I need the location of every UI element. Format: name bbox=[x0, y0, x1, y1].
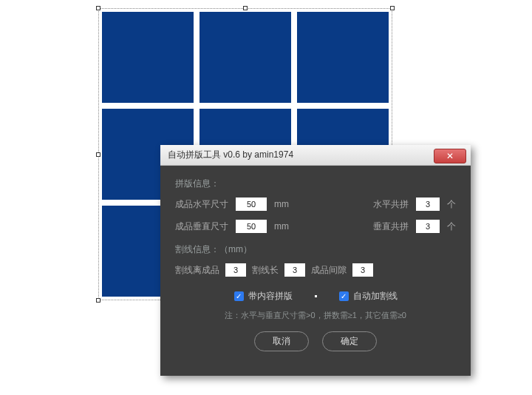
cutline-offset-input[interactable]: 3 bbox=[225, 263, 246, 277]
v-count-input[interactable]: 3 bbox=[416, 220, 440, 233]
with-content-checkbox[interactable]: ✓ bbox=[234, 291, 244, 301]
finished-v-input[interactable]: 50 bbox=[236, 220, 267, 233]
h-count-label: 水平共拼 bbox=[373, 198, 409, 211]
close-icon: ✕ bbox=[446, 152, 454, 161]
checkbox-row: ✓ 带内容拼版 ✓ 自动加割线 bbox=[175, 290, 456, 303]
close-button[interactable]: ✕ bbox=[434, 149, 466, 163]
unit-piece: 个 bbox=[447, 220, 456, 233]
auto-cutline-label: 自动加割线 bbox=[353, 290, 398, 303]
cancel-button[interactable]: 取消 bbox=[254, 331, 309, 351]
row-horizontal-size: 成品水平尺寸 50 mm 水平共拼 3 个 bbox=[175, 198, 456, 211]
cutline-length-label: 割线长 bbox=[252, 264, 279, 277]
resize-handle-top-left[interactable] bbox=[96, 6, 100, 10]
h-count-input[interactable]: 3 bbox=[416, 198, 440, 211]
row-vertical-size: 成品垂直尺寸 50 mm 垂直共拼 3 个 bbox=[175, 220, 456, 233]
unit-piece: 个 bbox=[447, 198, 456, 211]
separator-dot bbox=[315, 295, 317, 297]
auto-cutline-checkbox[interactable]: ✓ bbox=[339, 291, 349, 301]
unit-mm: mm bbox=[274, 199, 289, 209]
finished-h-input[interactable]: 50 bbox=[236, 198, 267, 211]
v-count-label: 垂直共拼 bbox=[373, 220, 409, 233]
finished-h-label: 成品水平尺寸 bbox=[175, 198, 228, 211]
button-row: 取消 确定 bbox=[175, 331, 456, 351]
resize-handle-middle-left[interactable] bbox=[96, 152, 100, 157]
section-layout-label: 拼版信息： bbox=[175, 178, 456, 190]
finished-v-label: 成品垂直尺寸 bbox=[175, 220, 228, 233]
dialog-title: 自动拼版工具 v0.6 by amin1974 bbox=[168, 149, 293, 161]
section-cutline-label: 割线信息：（mm） bbox=[175, 243, 456, 256]
auto-layout-dialog: 自动拼版工具 v0.6 by amin1974 ✕ 拼版信息： 成品水平尺寸 5… bbox=[160, 145, 471, 376]
row-cutline: 割线离成品 3 割线长 3 成品间隙 3 bbox=[175, 263, 456, 277]
unit-mm: mm bbox=[274, 221, 289, 232]
with-content-label: 带内容拼版 bbox=[248, 290, 293, 303]
cutline-length-input[interactable]: 3 bbox=[284, 263, 305, 277]
resize-handle-top-right[interactable] bbox=[390, 6, 395, 10]
ok-button[interactable]: 确定 bbox=[322, 331, 377, 351]
footer-note: 注：水平与垂直尺寸需>0，拼数需≥1，其它值需≥0 bbox=[175, 310, 456, 321]
resize-handle-top-middle[interactable] bbox=[243, 6, 248, 10]
dialog-body: 拼版信息： 成品水平尺寸 50 mm 水平共拼 3 个 成品垂直尺寸 50 mm… bbox=[160, 166, 471, 359]
product-gap-label: 成品间隙 bbox=[311, 264, 347, 277]
product-gap-input[interactable]: 3 bbox=[352, 263, 373, 277]
resize-handle-bottom-left[interactable] bbox=[96, 298, 100, 303]
cutline-offset-label: 割线离成品 bbox=[175, 264, 219, 277]
dialog-titlebar[interactable]: 自动拼版工具 v0.6 by amin1974 ✕ bbox=[160, 145, 471, 166]
